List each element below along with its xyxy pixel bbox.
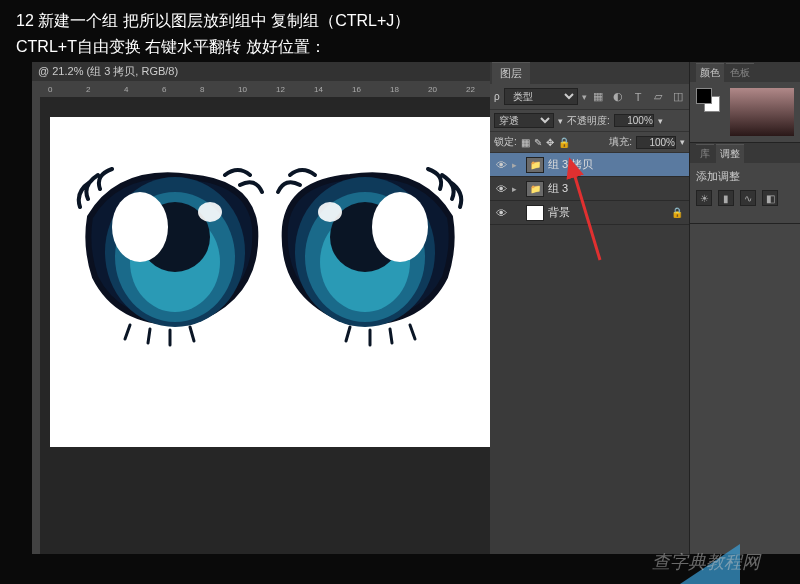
ruler-mark: 20	[428, 85, 466, 94]
expand-arrow-icon[interactable]: ▸	[512, 184, 526, 194]
color-ramp[interactable]	[730, 88, 794, 136]
svg-point-4	[112, 192, 168, 262]
lock-all-icon[interactable]: 🔒	[558, 137, 570, 148]
layer-name[interactable]: 组 3 拷贝	[548, 157, 593, 172]
layer-name[interactable]: 组 3	[548, 181, 568, 196]
layer-group-copy[interactable]: 👁 ▸ 📁 组 3 拷贝	[490, 153, 689, 177]
lock-label: 锁定:	[494, 135, 517, 149]
instruction-step: 12 新建一个组 把所以图层放到组中 复制组（CTRL+J）	[16, 8, 784, 34]
visibility-icon[interactable]: 👁	[490, 183, 512, 195]
tab-color[interactable]: 颜色	[696, 63, 724, 82]
svg-point-11	[318, 202, 342, 222]
canvas-area[interactable]	[40, 97, 490, 554]
folder-icon: 📁	[526, 181, 544, 197]
exposure-icon[interactable]: ◧	[762, 190, 778, 206]
tab-library[interactable]: 库	[696, 144, 714, 163]
lock-icon: 🔒	[671, 207, 683, 218]
photoshop-window: @ 21.2% (组 3 拷贝, RGB/8) 0 2 4 6 8 10 12 …	[32, 62, 800, 554]
svg-point-5	[198, 202, 222, 222]
fill-label: 填充:	[609, 135, 632, 149]
chevron-down-icon: ▾	[558, 116, 563, 126]
filter-adjust-icon[interactable]: ◐	[611, 90, 625, 104]
folder-icon: 📁	[526, 157, 544, 173]
svg-point-10	[372, 192, 428, 262]
chevron-down-icon: ▾	[680, 137, 685, 147]
document-title: @ 21.2% (组 3 拷贝, RGB/8)	[32, 62, 490, 81]
levels-icon[interactable]: ▮	[718, 190, 734, 206]
ruler-mark: 6	[162, 85, 200, 94]
filter-kind-select[interactable]: 类型	[504, 88, 578, 105]
ruler-mark: 0	[48, 85, 86, 94]
ruler-mark: 16	[352, 85, 390, 94]
ruler-mark: 14	[314, 85, 352, 94]
anime-eye-left	[70, 157, 270, 347]
filter-pixel-icon[interactable]: ▦	[591, 90, 605, 104]
fill-input[interactable]	[636, 136, 676, 149]
anime-eye-right	[270, 157, 470, 347]
ruler-mark: 12	[276, 85, 314, 94]
curves-icon[interactable]: ∿	[740, 190, 756, 206]
instruction-transform: CTRL+T自由变换 右键水平翻转 放好位置：	[16, 34, 784, 60]
ruler-mark: 10	[238, 85, 276, 94]
ruler-horizontal[interactable]: 0 2 4 6 8 10 12 14 16 18 20 22 24 26	[32, 81, 490, 97]
brightness-icon[interactable]: ☀	[696, 190, 712, 206]
opacity-input[interactable]	[614, 114, 654, 127]
canvas[interactable]	[50, 117, 490, 447]
foreground-color[interactable]	[696, 88, 712, 104]
tab-layers[interactable]: 图层	[492, 62, 530, 84]
layer-list[interactable]: 👁 ▸ 📁 组 3 拷贝 👁 ▸ 📁 组 3 👁 背景	[490, 153, 689, 554]
ruler-mark: 18	[390, 85, 428, 94]
filter-kind-icon[interactable]: ρ	[494, 91, 500, 102]
ruler-vertical[interactable]	[32, 97, 40, 554]
chevron-down-icon: ▾	[658, 116, 663, 126]
ruler-mark: 2	[86, 85, 124, 94]
layer-thumbnail	[526, 205, 544, 221]
watermark-text: 查字典教程网	[652, 550, 760, 574]
lock-transparency-icon[interactable]: ▦	[521, 137, 530, 148]
visibility-icon[interactable]: 👁	[490, 207, 512, 219]
layer-group-3[interactable]: 👁 ▸ 📁 组 3	[490, 177, 689, 201]
blend-mode-select[interactable]: 穿透	[494, 113, 554, 128]
tab-swatches[interactable]: 色板	[726, 63, 754, 82]
expand-arrow-icon[interactable]: ▸	[512, 160, 526, 170]
ruler-mark: 22	[466, 85, 490, 94]
ruler-mark: 8	[200, 85, 238, 94]
filter-smart-icon[interactable]: ◫	[671, 90, 685, 104]
tab-adjustments[interactable]: 调整	[716, 144, 744, 163]
opacity-label: 不透明度:	[567, 114, 610, 128]
filter-type-icon[interactable]: T	[631, 90, 645, 104]
chevron-down-icon: ▾	[582, 92, 587, 102]
foreground-background-colors[interactable]	[696, 88, 720, 112]
filter-shape-icon[interactable]: ▱	[651, 90, 665, 104]
visibility-icon[interactable]: 👁	[490, 159, 512, 171]
lock-move-icon[interactable]: ✥	[546, 137, 554, 148]
ruler-mark: 4	[124, 85, 162, 94]
layer-name[interactable]: 背景	[548, 205, 570, 220]
layer-background[interactable]: 👁 背景 🔒	[490, 201, 689, 225]
lock-brush-icon[interactable]: ✎	[534, 137, 542, 148]
add-adjustment-label: 添加调整	[696, 169, 794, 184]
